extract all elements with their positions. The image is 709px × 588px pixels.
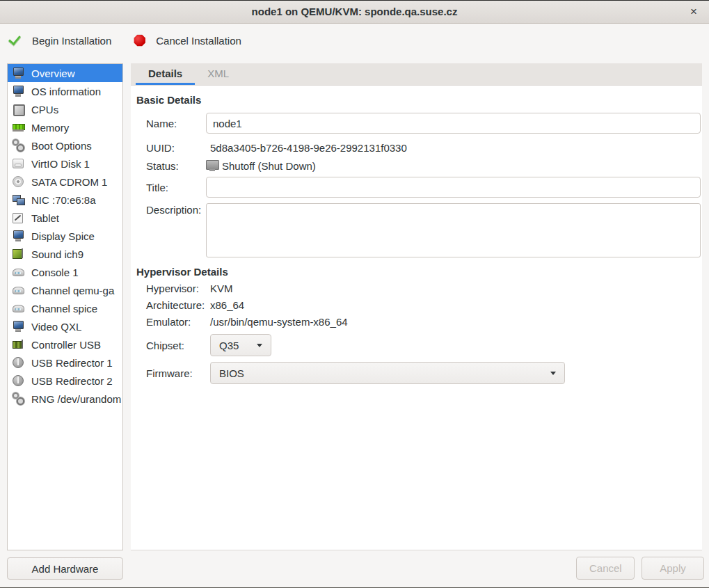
architecture-label: Architecture: <box>146 299 206 311</box>
begin-installation-button[interactable]: Begin Installation <box>8 33 111 47</box>
firmware-label: Firmware: <box>146 367 206 379</box>
emulator-label: Emulator: <box>146 316 206 328</box>
tab-xml[interactable]: XML <box>195 63 241 85</box>
sidebar-item-console-1[interactable]: Console 1 <box>8 263 122 281</box>
sidebar-item-nic-70-e6-8a[interactable]: NIC :70:e6:8a <box>8 191 122 209</box>
description-label: Description: <box>146 203 206 217</box>
sidebar-item-video-qxl[interactable]: Video QXL <box>8 317 122 335</box>
sidebar-item-label: Controller USB <box>31 339 101 351</box>
memory-icon <box>12 121 25 134</box>
sidebar-item-channel-spice[interactable]: Channel spice <box>8 299 122 317</box>
sidebar-item-label: Channel qemu-ga <box>31 285 114 296</box>
sidebar-item-usb-redirector-1[interactable]: USB Redirector 1 <box>8 353 122 372</box>
sidebar-item-memory[interactable]: Memory <box>8 118 122 136</box>
window-title: node1 on QEMU/KVM: sponde.qa.suse.cz <box>252 6 458 17</box>
sidebar-item-controller-usb[interactable]: Controller USB <box>8 335 122 353</box>
sidebar-item-channel-qemu-ga[interactable]: Channel qemu-ga <box>8 281 122 299</box>
red-stop-icon <box>134 35 145 47</box>
gears-icon <box>12 139 25 152</box>
cdrom-icon <box>12 175 25 188</box>
cancel-installation-label: Cancel Installation <box>156 35 241 47</box>
add-hardware-button[interactable]: Add Hardware <box>7 557 123 580</box>
controller-icon <box>12 338 25 351</box>
sidebar-item-rng-dev-urandom[interactable]: RNG /dev/urandom <box>8 390 122 408</box>
sidebar-item-label: VirtIO Disk 1 <box>31 158 90 170</box>
sidebar-item-label: Overview <box>31 67 75 79</box>
display-icon <box>12 320 25 333</box>
apply-button[interactable]: Apply <box>642 557 704 580</box>
firmware-value: BIOS <box>219 367 244 379</box>
sidebar-item-tablet[interactable]: Tablet <box>8 209 122 227</box>
sidebar-item-label: Memory <box>31 122 69 134</box>
sound-icon <box>12 248 25 260</box>
cancel-button[interactable]: Cancel <box>576 557 635 580</box>
serial-icon <box>12 266 25 278</box>
sidebar-item-sata-cdrom-1[interactable]: SATA CDROM 1 <box>8 173 122 191</box>
sidebar-item-label: Console 1 <box>31 267 79 278</box>
hypervisor-label: Hypervisor: <box>146 283 206 294</box>
chevron-down-icon <box>257 344 262 347</box>
chipset-dropdown[interactable]: Q35 <box>210 334 271 356</box>
title-label: Title: <box>146 182 206 193</box>
close-icon[interactable]: × <box>683 1 705 23</box>
sidebar-item-label: SATA CDROM 1 <box>31 176 107 188</box>
hypervisor-value: KVM <box>210 283 233 294</box>
sidebar-item-usb-redirector-2[interactable]: USB Redirector 2 <box>8 372 122 390</box>
sidebar-item-label: USB Redirector 2 <box>31 375 113 387</box>
cancel-installation-button[interactable]: Cancel Installation <box>134 35 241 47</box>
sidebar-item-virtio-disk-1[interactable]: VirtIO Disk 1 <box>8 154 122 173</box>
titlebar: node1 on QEMU/KVM: sponde.qa.suse.cz × <box>0 1 709 24</box>
cpu-icon <box>12 103 25 116</box>
sidebar-item-label: Tablet <box>31 212 59 224</box>
sidebar-item-label: Sound ich9 <box>31 248 83 260</box>
monitor-off-icon <box>206 159 219 172</box>
uuid-label: UUID: <box>146 142 206 154</box>
usb-icon <box>12 374 25 387</box>
tab-details[interactable]: Details <box>136 63 195 85</box>
uuid-value: 5d8a3405-b726-4198-9e26-2992131f0330 <box>210 142 407 154</box>
sidebar-item-cpus[interactable]: CPUs <box>8 100 122 118</box>
computer-icon <box>12 67 25 79</box>
sidebar-item-label: Boot Options <box>31 140 92 152</box>
status-label: Status: <box>146 160 206 172</box>
name-input[interactable] <box>206 113 701 134</box>
computer-icon <box>12 85 25 97</box>
sidebar-item-label: RNG /dev/urandom <box>31 393 121 405</box>
description-textarea[interactable] <box>206 203 701 257</box>
serial-icon <box>12 302 25 315</box>
title-input[interactable] <box>206 177 701 198</box>
architecture-value: x86_64 <box>210 299 244 311</box>
sidebar-item-display-spice[interactable]: Display Spice <box>8 227 122 245</box>
footer-actions: Cancel Apply <box>576 557 704 580</box>
sidebar-item-sound-ich9[interactable]: Sound ich9 <box>8 245 122 263</box>
chipset-value: Q35 <box>219 340 239 351</box>
sidebar-item-label: Channel spice <box>31 303 97 315</box>
sidebar-item-label: CPUs <box>31 104 58 116</box>
sidebar-item-label: OS information <box>31 86 101 97</box>
sidebar-item-os-information[interactable]: OS information <box>8 82 122 100</box>
sidebar-item-label: Video QXL <box>31 321 81 333</box>
usb-icon <box>12 356 25 369</box>
chevron-down-icon <box>550 372 556 375</box>
network-icon <box>12 193 25 206</box>
begin-installation-label: Begin Installation <box>32 35 111 47</box>
firmware-dropdown[interactable]: BIOS <box>210 362 565 384</box>
vm-details-window: node1 on QEMU/KVM: sponde.qa.suse.cz × B… <box>0 0 709 588</box>
tab-bar: Details XML <box>131 63 702 86</box>
sidebar-item-overview[interactable]: Overview <box>8 64 122 82</box>
disk-icon <box>12 157 25 170</box>
sidebar-item-label: NIC :70:e6:8a <box>31 194 96 206</box>
status-value: Shutoff (Shut Down) <box>222 160 316 172</box>
details-form: Basic Details Name: UUID: 5d8a3405-b726-… <box>131 94 702 384</box>
chipset-label: Chipset: <box>146 340 206 351</box>
hardware-list: Overview OS information CPUs Memory Boot… <box>7 63 123 550</box>
hypervisor-details-heading: Hypervisor Details <box>136 266 702 278</box>
sidebar-item-label: Display Spice <box>31 230 95 242</box>
display-icon <box>12 230 25 242</box>
name-label: Name: <box>146 118 206 129</box>
toolbar: Begin Installation Cancel Installation <box>0 24 709 56</box>
serial-icon <box>12 284 25 296</box>
tablet-icon <box>12 212 25 224</box>
sidebar-item-boot-options[interactable]: Boot Options <box>8 136 122 154</box>
basic-details-heading: Basic Details <box>136 94 702 106</box>
